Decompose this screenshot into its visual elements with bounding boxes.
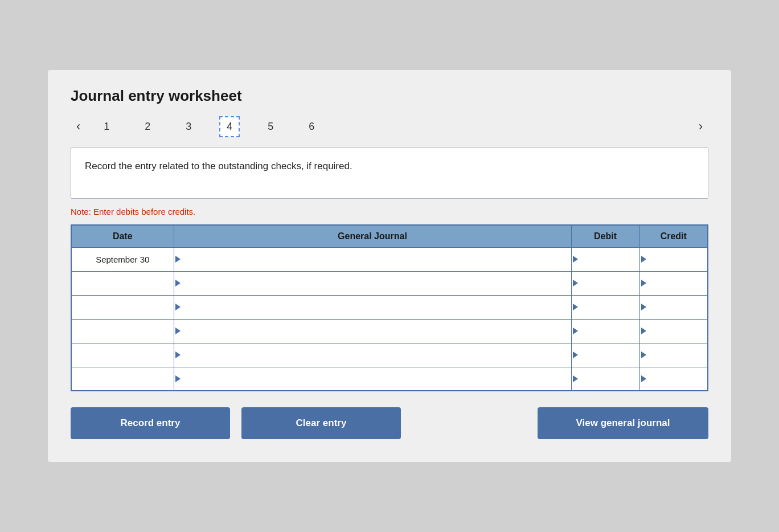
- table-row: [71, 319, 708, 343]
- page-num-6[interactable]: 6: [301, 117, 322, 136]
- worksheet-container: Journal entry worksheet ‹ 1 2 3 4 5 6 › …: [48, 70, 731, 463]
- triangle-icon-c3: [641, 304, 646, 310]
- triangle-icon-4: [175, 328, 181, 334]
- header-date: Date: [71, 225, 174, 248]
- triangle-icon-c4: [641, 328, 646, 334]
- view-journal-button[interactable]: View general journal: [538, 407, 708, 439]
- page-num-5[interactable]: 5: [260, 117, 281, 136]
- credit-cell-2[interactable]: [639, 271, 708, 295]
- triangle-icon-d2: [573, 280, 578, 287]
- credit-cell-5[interactable]: [639, 343, 708, 367]
- buttons-row: Record entry Clear entry View general jo…: [71, 407, 708, 439]
- header-credit: Credit: [639, 225, 708, 248]
- journal-cell-6[interactable]: [174, 367, 571, 391]
- journal-cell-4[interactable]: [174, 319, 571, 343]
- page-num-4[interactable]: 4: [219, 116, 240, 137]
- table-row: [71, 367, 708, 391]
- credit-cell-4[interactable]: [639, 319, 708, 343]
- date-cell-6[interactable]: [71, 367, 174, 391]
- triangle-icon-c6: [641, 375, 646, 382]
- debit-cell-3[interactable]: [571, 295, 639, 319]
- triangle-icon-d5: [573, 351, 578, 358]
- triangle-icon-c2: [641, 280, 646, 287]
- table-row: [71, 271, 708, 295]
- clear-entry-button[interactable]: Clear entry: [241, 407, 401, 439]
- table-row: [71, 343, 708, 367]
- instruction-box: Record the entry related to the outstand…: [71, 148, 708, 199]
- journal-cell-1[interactable]: [174, 247, 571, 271]
- table-header-row: Date General Journal Debit Credit: [71, 225, 708, 248]
- next-arrow[interactable]: ›: [693, 117, 708, 136]
- credit-cell-3[interactable]: [639, 295, 708, 319]
- pagination-row: ‹ 1 2 3 4 5 6 ›: [71, 116, 708, 137]
- triangle-icon-c5: [641, 351, 646, 358]
- page-numbers: 1 2 3 4 5 6: [96, 116, 322, 137]
- triangle-icon-d3: [573, 304, 578, 310]
- table-row: [71, 295, 708, 319]
- triangle-icon-d1: [573, 256, 578, 263]
- debit-cell-1[interactable]: [571, 247, 639, 271]
- debit-cell-6[interactable]: [571, 367, 639, 391]
- page-num-1[interactable]: 1: [96, 117, 117, 136]
- triangle-icon-1: [175, 256, 181, 263]
- triangle-icon-6: [175, 375, 181, 382]
- triangle-icon-5: [175, 351, 181, 358]
- page-num-3[interactable]: 3: [178, 117, 199, 136]
- table-row: September 30: [71, 247, 708, 271]
- date-cell-5[interactable]: [71, 343, 174, 367]
- header-journal: General Journal: [174, 225, 571, 248]
- triangle-icon-c1: [641, 256, 646, 263]
- debit-cell-2[interactable]: [571, 271, 639, 295]
- debit-cell-5[interactable]: [571, 343, 639, 367]
- journal-table: Date General Journal Debit Credit Septem…: [71, 224, 708, 392]
- page-title: Journal entry worksheet: [71, 87, 708, 105]
- note-text: Note: Enter debits before credits.: [71, 207, 708, 216]
- credit-cell-1[interactable]: [639, 247, 708, 271]
- journal-cell-5[interactable]: [174, 343, 571, 367]
- date-cell-2[interactable]: [71, 271, 174, 295]
- triangle-icon-3: [175, 304, 181, 310]
- triangle-icon-d6: [573, 375, 578, 382]
- journal-cell-3[interactable]: [174, 295, 571, 319]
- header-debit: Debit: [571, 225, 639, 248]
- date-cell-1[interactable]: September 30: [71, 247, 174, 271]
- triangle-icon-2: [175, 280, 181, 287]
- prev-arrow[interactable]: ‹: [71, 117, 86, 136]
- record-entry-button[interactable]: Record entry: [71, 407, 230, 439]
- date-cell-4[interactable]: [71, 319, 174, 343]
- journal-cell-2[interactable]: [174, 271, 571, 295]
- triangle-icon-d4: [573, 328, 578, 334]
- page-num-2[interactable]: 2: [137, 117, 158, 136]
- instruction-text: Record the entry related to the outstand…: [85, 161, 352, 171]
- debit-cell-4[interactable]: [571, 319, 639, 343]
- credit-cell-6[interactable]: [639, 367, 708, 391]
- date-cell-3[interactable]: [71, 295, 174, 319]
